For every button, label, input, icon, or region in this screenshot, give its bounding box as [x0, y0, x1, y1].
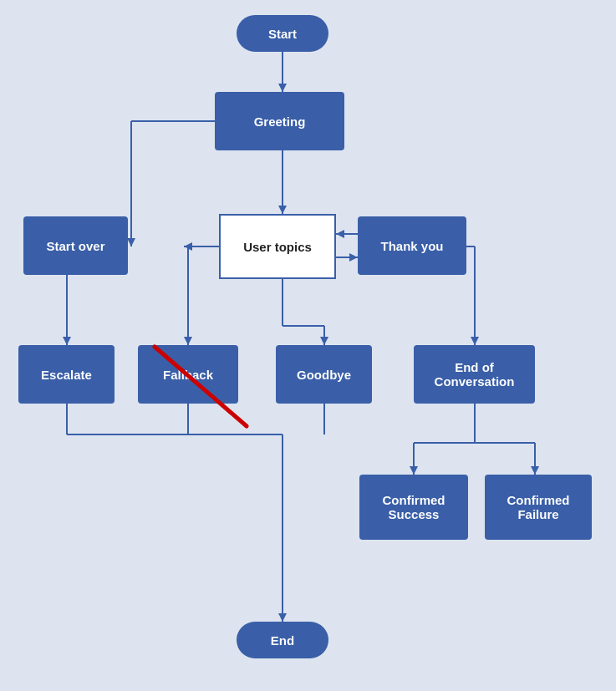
svg-marker-32	[410, 466, 418, 475]
confirmed-success-node: Confirmed Success	[359, 475, 468, 540]
svg-marker-18	[320, 337, 328, 345]
goodbye-node: Goodbye	[276, 345, 372, 404]
greeting-node: Greeting	[215, 92, 344, 150]
confirmed-failure-node: Confirmed Failure	[485, 475, 592, 540]
svg-marker-9	[349, 253, 358, 262]
svg-marker-38	[127, 238, 135, 246]
escalate-node: Escalate	[18, 345, 115, 404]
thank-you-node: Thank you	[358, 216, 466, 275]
svg-marker-34	[531, 466, 539, 475]
svg-marker-12	[63, 337, 71, 345]
svg-marker-14	[184, 337, 192, 345]
svg-marker-28	[278, 613, 287, 622]
start-node: Start	[237, 15, 328, 52]
svg-marker-3	[278, 206, 287, 214]
end-of-conversation-node: End of Conversation	[414, 345, 535, 404]
user-topics-node: User topics	[219, 214, 336, 279]
end-node: End	[237, 622, 328, 658]
svg-marker-5	[184, 242, 192, 251]
svg-marker-1	[278, 84, 287, 92]
flowchart: Start Greeting User topics Start over Th…	[0, 0, 616, 691]
start-over-node: Start over	[23, 216, 128, 275]
fallback-node: Fallback	[138, 345, 238, 404]
svg-marker-7	[336, 230, 344, 238]
svg-marker-22	[471, 337, 479, 345]
